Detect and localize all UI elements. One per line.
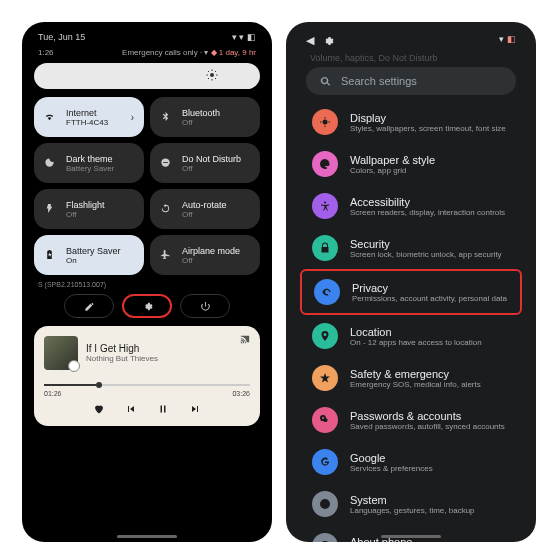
status-time: 1:26 (38, 48, 54, 57)
batt-icon (44, 249, 58, 262)
flash-icon (44, 203, 58, 216)
prev-section-hint: Volume, haptics, Do Not Disturb (296, 53, 526, 67)
album-art (44, 336, 78, 370)
privacy-icon (314, 279, 340, 305)
nav-handle[interactable] (381, 535, 441, 538)
tile-dark[interactable]: Dark themeBattery Saver (34, 143, 144, 183)
tile-flash[interactable]: FlashlightOff (34, 189, 144, 229)
media-progress[interactable] (44, 384, 250, 386)
key-icon (312, 407, 338, 433)
settings-row-privacy[interactable]: PrivacyPermissions, account activity, pe… (300, 269, 522, 315)
like-button[interactable] (93, 403, 105, 418)
tile-saver[interactable]: Battery SaverOn (34, 235, 144, 275)
plane-icon (160, 249, 174, 262)
time-elapsed: 01:26 (44, 390, 62, 397)
settings-button[interactable] (122, 294, 172, 318)
lock-icon (312, 235, 338, 261)
media-player[interactable]: If I Get High Nothing But Thieves 01:26 … (34, 326, 260, 426)
track-title: If I Get High (86, 343, 158, 354)
quick-settings-panel: Tue, Jun 15 ▾ ▾ ◧ 1:26 Emergency calls o… (22, 22, 272, 542)
tile-dnd[interactable]: Do Not DisturbOff (150, 143, 260, 183)
tile-rotate[interactable]: Auto-rotateOff (150, 189, 260, 229)
time-total: 03:26 (232, 390, 250, 397)
settings-row-google[interactable]: GoogleServices & preferences (300, 441, 522, 483)
wifi-icon (44, 111, 58, 124)
pin-icon (312, 323, 338, 349)
palette-icon (312, 151, 338, 177)
tile-bluetooth[interactable]: BluetoothOff (150, 97, 260, 137)
brightness-slider[interactable] (34, 63, 260, 89)
brightness-icon (206, 69, 218, 84)
a11y-icon (312, 193, 338, 219)
settings-row-location[interactable]: LocationOn - 12 apps have access to loca… (300, 315, 522, 357)
settings-row-safety-emergency[interactable]: Safety & emergencyEmergency SOS, medical… (300, 357, 522, 399)
nav-handle[interactable] (117, 535, 177, 538)
cast-icon[interactable] (240, 334, 250, 346)
display-icon (312, 109, 338, 135)
status-date: Tue, Jun 15 (38, 32, 85, 42)
search-settings[interactable]: Search settings (306, 67, 516, 95)
settings-row-security[interactable]: SecurityScreen lock, biometric unlock, a… (300, 227, 522, 269)
pause-button[interactable] (157, 403, 169, 418)
edit-tiles-button[interactable] (64, 294, 114, 318)
settings-row-accessibility[interactable]: AccessibilityScreen readers, display, in… (300, 185, 522, 227)
tile-air[interactable]: Airplane modeOff (150, 235, 260, 275)
settings-row-system[interactable]: SystemLanguages, gestures, time, backup (300, 483, 522, 525)
settings-row-about-phone[interactable]: About phonePixel 3 XL (300, 525, 522, 542)
chevron-right-icon: › (131, 112, 134, 123)
status-bar: Tue, Jun 15 ▾ ▾ ◧ (32, 30, 262, 48)
bt-icon (160, 111, 174, 124)
search-placeholder: Search settings (341, 75, 417, 87)
search-icon (320, 76, 331, 87)
next-button[interactable] (189, 403, 201, 418)
settings-row-wallpaper-style[interactable]: Wallpaper & styleColors, app grid (300, 143, 522, 185)
track-artist: Nothing But Thieves (86, 354, 158, 363)
dnd-icon (160, 157, 174, 170)
rotate-icon (160, 203, 174, 216)
settings-row-display[interactable]: DisplayStyles, wallpapers, screen timeou… (300, 101, 522, 143)
tile-internet[interactable]: InternetFTTH-4C43 › (34, 97, 144, 137)
power-button[interactable] (180, 294, 230, 318)
info-icon (312, 491, 338, 517)
settings-screen: ◀ ▾ ◧ Volume, haptics, Do Not Disturb Se… (286, 22, 536, 542)
g-icon (312, 449, 338, 475)
settings-row-passwords-accounts[interactable]: Passwords & accountsSaved passwords, aut… (300, 399, 522, 441)
moon-icon (44, 157, 58, 170)
star-icon (312, 365, 338, 391)
phone-icon (312, 533, 338, 542)
build-number: S (SPB2.210513.007) (32, 275, 262, 292)
status-bar: ◀ ▾ ◧ (296, 30, 526, 53)
prev-button[interactable] (125, 403, 137, 418)
